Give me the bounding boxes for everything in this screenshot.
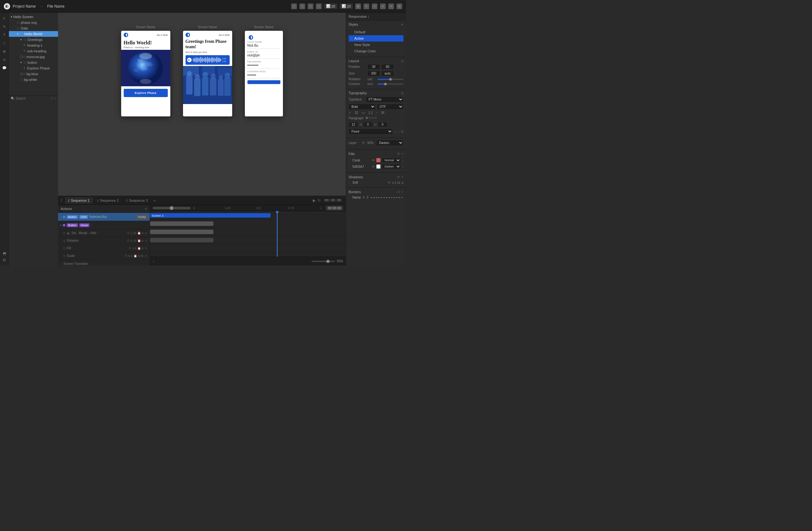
size-w-input[interactable]: 300 [367,71,380,76]
pen-tool[interactable]: ✎ [1,24,8,30]
sub-action-scale[interactable]: ⊡ Scale ⏱ 0.5 ⏰ 0.25 ↺ [58,252,150,260]
layer-item-hello-world[interactable]: ▾ □ Hello World [9,31,58,37]
size-h-input[interactable]: auto [381,71,394,76]
timeline-bar-rotation[interactable] [150,221,214,226]
preset-change-color[interactable]: ⋮ Change Color [349,48,404,54]
zoom-level-1[interactable]: 📊 20 [324,3,337,9]
border-name-eye[interactable]: 👁 [362,196,365,199]
tab-sequence-2[interactable]: ƒ Sequence 2 [94,197,122,204]
screen-frame-1[interactable]: Jun 2 2018 Hello World! Phase v1 - commi… [121,31,170,116]
loop-button[interactable]: ↻ [318,198,321,203]
zoom-handle[interactable] [327,260,330,263]
layer-item-date[interactable]: □ Date [9,25,58,31]
add-shadow-button[interactable]: + [401,174,404,179]
corners-handle[interactable] [384,83,387,85]
action-row-selected[interactable]: ▾ Button Click Selected Act Tooltip [58,213,150,221]
scrubber-handle[interactable] [170,206,174,210]
shadow-soft-eye[interactable]: 👁 [388,181,391,184]
zoom-tool[interactable]: ⊙ [1,56,8,63]
position-x-input[interactable]: 30 [367,64,380,70]
font-format-select[interactable]: OTF [377,104,404,110]
corners-slider[interactable] [377,83,404,85]
para-spacing-input[interactable] [349,122,358,127]
share-icon[interactable]: ⬡ [291,3,297,9]
fixed-select[interactable]: Fixed [349,128,393,134]
align-right-icon[interactable]: ≡ [372,116,374,119]
hover-expand-icon[interactable]: ▾ [60,224,61,227]
fill-5ae6a7-eye[interactable]: 👁 [372,165,375,169]
add-action-button[interactable]: + [145,206,147,211]
layer-item-button[interactable]: ▾ □ button [9,60,58,65]
sub-action-screen-transition[interactable]: ⊡ ◉ Sel.. Modal ↓ Add ↓ ⏱ 1.25 ⏰ 0 ↺ [58,229,150,237]
rotation-slider[interactable] [377,79,404,80]
align-center-icon[interactable]: ≡ [372,3,377,9]
align-left-icon[interactable]: ≡ [366,116,368,119]
add-style-button[interactable]: + [401,22,404,27]
fill-5ae6a7-swatch[interactable] [376,164,381,169]
screen3-button[interactable] [247,80,280,84]
zoom-level-2[interactable]: 📊 20 [340,3,353,9]
layer-item-phase-svg[interactable]: □ phase.svg [9,20,58,25]
action-down-icon[interactable]: ↓ [91,223,92,227]
fill-coral-eye[interactable]: 👁 [372,159,375,162]
search-filter-icon[interactable]: ⊙ [50,97,53,100]
align-justify-icon[interactable]: ≡ [375,116,377,119]
link-icon[interactable]: ⬡ [300,3,305,9]
add-sequence-button[interactable]: + [154,198,156,203]
layer-item-subheading[interactable]: T sub-heading [9,48,58,54]
preset-active[interactable]: ⋮ Active [349,35,404,42]
layer-item-greetings[interactable]: ▾ □ Greetings [9,37,58,43]
layers-icon[interactable]: ⊟ [396,3,402,9]
sub-action-fill[interactable]: ⊡ Fill ⏱ 1.0 ⏰ 0 ↺ [58,245,150,252]
screen-frame-2[interactable]: Jun 2 2018 Greetings from Phase team! Ni… [183,31,232,116]
para-indent1-input[interactable] [363,122,373,127]
layer-item-moscow[interactable]: □ moscow.jpg [9,54,58,60]
preset-new-style[interactable]: ⋮ New Style [349,42,404,48]
add-fill-button[interactable]: + [401,151,404,156]
search-add-icon[interactable]: + [54,97,56,100]
timeline-scrubber[interactable] [153,207,191,209]
distribute-icon[interactable]: ≡ [388,3,394,9]
timeline-bar-screen2[interactable]: Screen 2 [150,213,271,218]
font-weight-select[interactable]: Bold [349,104,376,110]
play-button[interactable]: ▶ [187,58,192,62]
action-expand-icon[interactable]: ▾ [60,215,61,218]
comment-tool[interactable]: 💬 [1,65,8,71]
position-y-input[interactable]: 60 [381,64,394,70]
sub-action-rotation[interactable]: ⊡ Rotation ⏱ 0.75 ⏰ 0 ↺ [58,237,150,245]
rotation-handle[interactable] [389,78,392,81]
add-track-button[interactable]: + [153,259,155,263]
layer-search[interactable]: 🔍 Search [11,97,26,100]
layer-item-bg-white[interactable]: □ bg-white [9,77,58,83]
timeline-bar-scale[interactable] [150,238,214,242]
preset-default[interactable]: ⋮ Default [349,29,404,35]
fill-5ae6a7-mode[interactable]: Darken [382,164,401,169]
align-left-icon[interactable]: ≡ [363,3,369,9]
component-tool[interactable]: ⊕ [1,48,8,55]
align-right-icon[interactable]: ≡ [380,3,386,9]
fill-coral-swatch[interactable] [376,158,381,162]
settings-icon[interactable]: ⬡ [308,3,314,9]
zoom-track[interactable] [311,261,335,262]
grid-icon[interactable]: ⊞ [355,3,361,9]
export-tool[interactable]: ⬒ [1,250,8,257]
timeline-bar-fill[interactable] [150,230,214,234]
text-tool[interactable]: T [1,32,8,38]
select-tool[interactable]: ↖ [1,15,8,21]
layer-item-bg-blue[interactable]: □ bg-blue [9,71,58,77]
layers-tool[interactable]: ⊟ [1,257,8,263]
action-row-hover[interactable]: ▾ Button Hover ↓ [58,221,150,229]
screen1-explore-button[interactable]: Explore Phase [124,89,168,97]
play-button[interactable]: ▶ [313,198,316,203]
eye-icon[interactable]: 👁 [362,141,365,145]
layer-item-explore-phase[interactable]: T Explore Phase [9,65,58,71]
layer-group-hello-screen[interactable]: ▾ Hello Screen [9,14,58,20]
blend-select[interactable]: Darken [376,140,404,146]
typeface-select[interactable]: PT Mono [366,97,404,102]
layer-item-heading1[interactable]: T heading-1 [9,43,58,48]
zoom-slider[interactable]: 50% [311,259,343,263]
fill-coral-mode[interactable]: Normal [382,158,401,163]
tab-sequence-1[interactable]: ƒ Sequence 1 [65,197,93,204]
rect-tool[interactable]: □ [1,40,8,46]
add-border-button[interactable]: + [401,189,404,194]
